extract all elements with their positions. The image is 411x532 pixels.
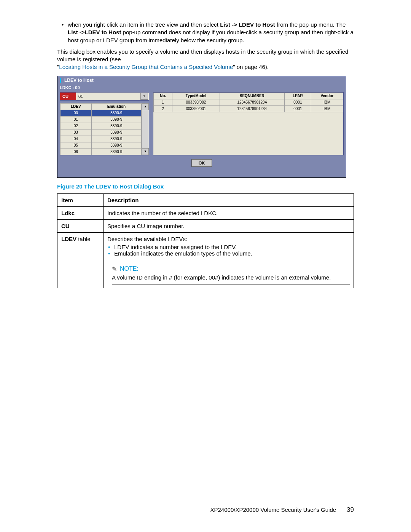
intro-bullet: when you right-click an item in the tree… bbox=[68, 21, 354, 44]
dialog-titlebar: LDEV to Host bbox=[57, 76, 346, 85]
host-header-row: No. Type/Model SEQNUMBER LPAR Vendor bbox=[154, 93, 343, 99]
note-icon: ✎ bbox=[112, 265, 117, 273]
ldev-row[interactable]: 023390-9 bbox=[61, 123, 142, 129]
intro-paragraph: This dialog box enables you to specify a… bbox=[57, 48, 354, 71]
ldev-header-row: LDEV Emulation bbox=[61, 103, 142, 110]
col-header: No. bbox=[154, 93, 172, 99]
cross-reference-link[interactable]: Locating Hosts in a Security Group that … bbox=[59, 64, 233, 70]
accent-bar-icon bbox=[60, 78, 61, 83]
figure-caption: Figure 20 The LDEV to Host Dialog Box bbox=[57, 183, 354, 190]
host-row[interactable]: 2003390/001123456789012340001IBM bbox=[154, 105, 343, 112]
text: from the pop-up menu. The bbox=[275, 21, 346, 28]
note-body: A volume ID ending in # (for example, 00… bbox=[112, 274, 350, 281]
col-header: Type/Model bbox=[172, 93, 220, 99]
table-row: CU Specifies a CU image number. bbox=[57, 219, 354, 232]
item-cell: CU bbox=[57, 219, 104, 232]
col-header: LDEV bbox=[61, 103, 92, 110]
cu-dropdown[interactable]: 01 ▼ bbox=[76, 92, 149, 101]
bold-text: List ->LDEV to Host bbox=[68, 29, 121, 35]
col-header: LPAR bbox=[285, 93, 311, 99]
list-item: Emulation indicates the emulation types … bbox=[114, 250, 350, 257]
desc-cell: Specifies a CU image number. bbox=[104, 219, 354, 232]
cu-value: 01 bbox=[78, 94, 83, 99]
bold-text: List -> LDEV to Host bbox=[220, 21, 275, 28]
page-number: 39 bbox=[347, 506, 354, 514]
ldkc-label: LDKC : 00 bbox=[57, 85, 346, 92]
list-item: LDEV indicates a number assigned to the … bbox=[114, 244, 350, 250]
description-table: Item Description Ldkc Indicates the numb… bbox=[57, 193, 354, 288]
host-table: No. Type/Model SEQNUMBER LPAR Vendor 100… bbox=[153, 92, 344, 155]
chevron-down-icon[interactable]: ▼ bbox=[140, 93, 148, 100]
col-header: SEQNUMBER bbox=[220, 93, 285, 99]
scroll-down-icon[interactable]: ▼ bbox=[142, 148, 149, 155]
note-block: ✎ NOTE: A volume ID ending in # (for exa… bbox=[112, 263, 350, 285]
text: This dialog box enables you to specify a… bbox=[57, 48, 348, 62]
page-footer: XP24000/XP20000 Volume Security User's G… bbox=[210, 506, 354, 514]
item-cell: LDEV table bbox=[57, 232, 104, 288]
col-header: Item bbox=[57, 193, 104, 206]
host-row[interactable]: 1003390/002123456789012340001IBM bbox=[154, 99, 343, 105]
dialog-title: LDEV to Host bbox=[64, 78, 94, 83]
col-header: Description bbox=[104, 193, 354, 206]
cu-selector-row: CU 01 ▼ bbox=[60, 92, 149, 101]
ldev-row[interactable]: 053390-9 bbox=[61, 142, 142, 149]
cu-label: CU bbox=[60, 92, 76, 101]
ldev-row[interactable]: 013390-9 bbox=[61, 116, 142, 123]
text: " on page 46). bbox=[233, 64, 269, 70]
item-cell: Ldkc bbox=[57, 206, 104, 219]
table-row: LDEV table Describes the available LDEVs… bbox=[57, 232, 354, 288]
intro-bullet-list: when you right-click an item in the tree… bbox=[57, 21, 354, 44]
text: Describes the available LDEVs: bbox=[107, 236, 187, 242]
text: when you right-click an item in the tree… bbox=[68, 21, 220, 28]
ldev-table: LDEV Emulation 003390-9 013390-9 023390-… bbox=[60, 103, 149, 155]
table-row: Ldkc Indicates the number of the selecte… bbox=[57, 206, 354, 219]
ok-button[interactable]: OK bbox=[191, 159, 212, 167]
desc-cell: Indicates the number of the selected LDK… bbox=[104, 206, 354, 219]
ldev-row[interactable]: 003390-9 bbox=[61, 110, 142, 116]
ldev-row[interactable]: 063390-9 bbox=[61, 149, 142, 155]
note-label: NOTE: bbox=[120, 265, 139, 272]
ldev-row[interactable]: 033390-9 bbox=[61, 129, 142, 136]
scroll-up-icon[interactable]: ▲ bbox=[142, 103, 149, 110]
col-header: Vendor bbox=[311, 93, 343, 99]
ldev-to-host-dialog: LDEV to Host LDKC : 00 CU 01 ▼ LDEV bbox=[57, 76, 346, 178]
footer-title: XP24000/XP20000 Volume Security User's G… bbox=[210, 506, 336, 513]
col-header: Emulation bbox=[91, 103, 141, 110]
desc-cell: Describes the available LDEVs: LDEV indi… bbox=[104, 232, 354, 288]
ldev-row[interactable]: 043390-9 bbox=[61, 136, 142, 142]
scrollbar[interactable]: ▲ ▼ bbox=[142, 103, 149, 155]
